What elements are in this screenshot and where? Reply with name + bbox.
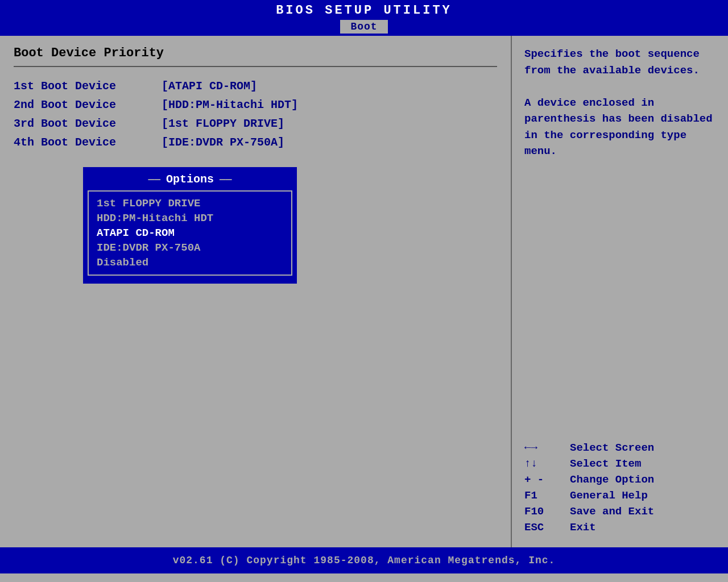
key-arrow-ud: ↑↓ xyxy=(524,458,570,470)
options-list: 1st FLOPPY DRIVE HDD:PM-Hitachi HDT ATAP… xyxy=(88,190,292,276)
footer-text: v02.61 (C) Copyright 1985-2008, American… xyxy=(173,555,556,566)
bios-title: BIOS SETUP UTILITY xyxy=(0,3,728,18)
boot-device-label-3: 3rd Boot Device xyxy=(14,117,162,130)
key-desc-select-screen: Select Screen xyxy=(570,442,654,454)
boot-device-value-4: [IDE:DVDR PX-750A] xyxy=(162,136,284,149)
boot-device-row-2[interactable]: 2nd Boot Device [HDD:PM-Hitachi HDT] xyxy=(14,98,497,111)
section-title: Boot Device Priority xyxy=(14,46,497,60)
key-arrow-lr: ←→ xyxy=(524,442,570,454)
bios-header: BIOS SETUP UTILITY Boot xyxy=(0,0,728,36)
boot-device-label-1: 1st Boot Device xyxy=(14,80,162,93)
options-popup: —— Options —— 1st FLOPPY DRIVE HDD:PM-Hi… xyxy=(82,166,298,285)
keybinding-change-option: + - Change Option xyxy=(524,473,715,486)
boot-device-value-3: [1st FLOPPY DRIVE] xyxy=(162,117,284,130)
option-item-3[interactable]: ATAPI CD-ROM xyxy=(97,226,283,240)
tab-bar: Boot xyxy=(0,20,728,34)
main-content: Boot Device Priority 1st Boot Device [AT… xyxy=(0,36,728,547)
help-text: Specifies the boot sequence from the ava… xyxy=(524,46,715,160)
keybinding-select-item: ↑↓ Select Item xyxy=(524,458,715,470)
key-desc-select-item: Select Item xyxy=(570,458,641,470)
key-desc-exit: Exit xyxy=(570,521,596,534)
boot-device-value-2: [HDD:PM-Hitachi HDT] xyxy=(162,98,298,111)
boot-device-row-3[interactable]: 3rd Boot Device [1st FLOPPY DRIVE] xyxy=(14,117,497,130)
keybinding-select-screen: ←→ Select Screen xyxy=(524,442,715,454)
section-divider xyxy=(14,66,497,67)
footer: v02.61 (C) Copyright 1985-2008, American… xyxy=(0,547,728,573)
boot-tab[interactable]: Boot xyxy=(340,20,387,34)
left-panel: Boot Device Priority 1st Boot Device [AT… xyxy=(0,36,512,547)
option-item-5[interactable]: Disabled xyxy=(97,255,283,270)
option-item-1[interactable]: 1st FLOPPY DRIVE xyxy=(97,196,283,211)
key-f10: F10 xyxy=(524,505,570,518)
options-header: —— Options —— xyxy=(83,173,297,186)
help-text-2: A device enclosed in parenthesis has bee… xyxy=(524,95,715,160)
boot-device-row-4[interactable]: 4th Boot Device [IDE:DVDR PX-750A] xyxy=(14,136,497,149)
option-item-2[interactable]: HDD:PM-Hitachi HDT xyxy=(97,211,283,226)
right-panel: Specifies the boot sequence from the ava… xyxy=(512,36,728,547)
option-item-4[interactable]: IDE:DVDR PX-750A xyxy=(97,240,283,255)
options-corner-left: —— xyxy=(148,174,160,185)
boot-device-label-4: 4th Boot Device xyxy=(14,136,162,149)
boot-device-row-1[interactable]: 1st Boot Device [ATAPI CD-ROM] xyxy=(14,80,497,93)
key-desc-save-exit: Save and Exit xyxy=(570,505,654,518)
key-desc-change-option: Change Option xyxy=(570,473,654,486)
help-text-1: Specifies the boot sequence from the ava… xyxy=(524,46,715,78)
keybinding-general-help: F1 General Help xyxy=(524,489,715,502)
options-title: Options xyxy=(166,173,214,186)
boot-device-value-1: [ATAPI CD-ROM] xyxy=(162,80,257,93)
keybinding-save-exit: F10 Save and Exit xyxy=(524,505,715,518)
keybinding-exit: ESC Exit xyxy=(524,521,715,534)
key-plus-minus: + - xyxy=(524,473,570,486)
key-desc-general-help: General Help xyxy=(570,489,648,502)
key-esc: ESC xyxy=(524,521,570,534)
options-corner-right: —— xyxy=(220,174,232,185)
key-bindings: ←→ Select Screen ↑↓ Select Item + - Chan… xyxy=(524,430,715,537)
key-f1: F1 xyxy=(524,489,570,502)
boot-device-label-2: 2nd Boot Device xyxy=(14,98,162,111)
